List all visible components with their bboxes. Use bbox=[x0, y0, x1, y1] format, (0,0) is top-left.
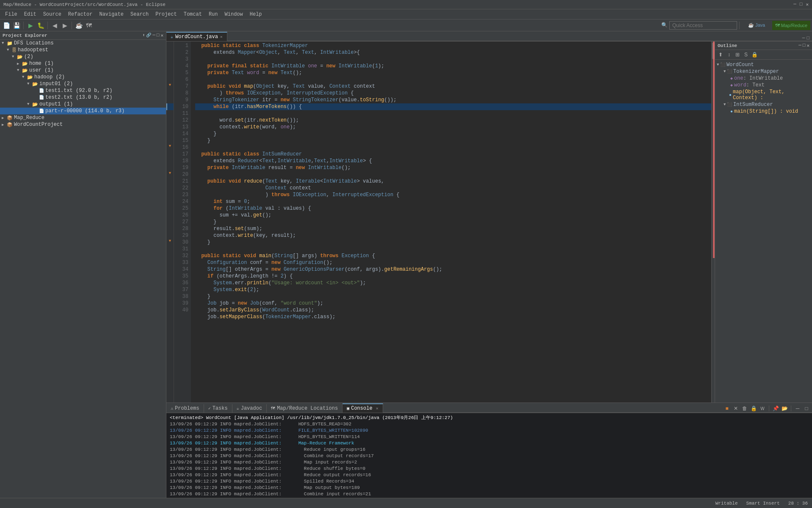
code-area[interactable]: public static class TokenizerMapper exte… bbox=[191, 42, 711, 403]
tree-2[interactable]: ▼ 📂 (2) bbox=[0, 53, 166, 60]
outline-collapse-btn[interactable]: ⬆ bbox=[717, 51, 724, 58]
tab-close-icon[interactable]: ✕ bbox=[220, 34, 223, 39]
menu-navigate[interactable]: Navigate bbox=[96, 11, 127, 18]
new-button[interactable]: 📄 bbox=[2, 21, 11, 30]
tree-home[interactable]: ▶ 📂 home (1) bbox=[0, 60, 166, 67]
menu-file[interactable]: File bbox=[2, 11, 21, 18]
tree-test1[interactable]: ▶ 📄 test1.txt (92.0 b, r2) bbox=[0, 87, 166, 94]
pe-link-icon[interactable]: 🔗 bbox=[146, 33, 151, 38]
mapreduce-locations-label: Map/Reduce Locations bbox=[277, 405, 338, 411]
tab-javadoc[interactable]: ☕ Javadoc bbox=[232, 404, 267, 413]
outline-wordcount-label: WordCount bbox=[726, 62, 754, 68]
java-perspective[interactable]: ☕ Java bbox=[742, 21, 771, 30]
tree-wordcount[interactable]: ▶ 📦 WordCountProject bbox=[0, 121, 166, 128]
pe-minimize-icon[interactable]: ─ bbox=[152, 33, 155, 38]
toolbar-sep1 bbox=[23, 22, 24, 29]
quick-access-input[interactable] bbox=[669, 21, 737, 30]
tree-test2[interactable]: ▶ 📄 test2.txt (13.0 b, r2) bbox=[0, 94, 166, 101]
forward-button[interactable]: ▶ bbox=[60, 21, 69, 30]
menu-help[interactable]: Help bbox=[246, 11, 265, 18]
pe-title: Project Explorer bbox=[3, 33, 47, 38]
console-max-btn[interactable]: □ bbox=[803, 405, 810, 412]
tree-input01[interactable]: ▼ 📂 input01 (2) bbox=[0, 81, 166, 87]
titlebar: Map/Reduce - WordCountProject/src/WordCo… bbox=[0, 0, 812, 9]
perspective-java[interactable]: ☕ bbox=[74, 21, 83, 30]
editor-max-icon[interactable]: □ bbox=[806, 36, 809, 41]
editor-content[interactable]: ▼ ▼ ▼ bbox=[166, 42, 715, 403]
fold-arrow-3[interactable]: ▼ bbox=[166, 171, 174, 178]
editor-scrollbar[interactable] bbox=[711, 42, 715, 403]
console-remove-btn[interactable]: ✕ bbox=[732, 405, 740, 412]
menu-source[interactable]: Source bbox=[40, 11, 65, 18]
run-button[interactable]: ▶ bbox=[26, 21, 35, 30]
console-line-5: 13/09/26 09:12:29 INFO mapred.JobClient:… bbox=[170, 447, 809, 453]
tab-tasks[interactable]: ✓ Tasks bbox=[204, 404, 232, 413]
menu-edit[interactable]: Edit bbox=[21, 11, 40, 18]
tree-part-r[interactable]: ▶ 📄 part-r-00000 (114.0 b, r3) bbox=[0, 108, 166, 114]
maximize-icon[interactable]: □ bbox=[800, 2, 803, 7]
console-terminate-btn[interactable]: ■ bbox=[723, 405, 731, 412]
tree-hadoop[interactable]: ▼ 📂 hadoop (2) bbox=[0, 74, 166, 81]
outline-tokenizermapper[interactable]: ▼ ⬛ TokenizerMapper bbox=[715, 68, 812, 75]
smart-insert-status: Smart Insert bbox=[746, 501, 780, 506]
position-status: 28 : 36 bbox=[788, 501, 808, 506]
console-word-wrap-btn[interactable]: W bbox=[759, 405, 766, 412]
console-scroll-lock-btn[interactable]: 🔒 bbox=[750, 405, 757, 412]
pe-close-icon[interactable]: ✕ bbox=[160, 33, 163, 38]
menu-project[interactable]: Project bbox=[152, 11, 180, 18]
console-pin-btn[interactable]: 📌 bbox=[772, 405, 779, 412]
tab-java-icon: ☕ bbox=[171, 34, 173, 39]
problems-label: Problems bbox=[175, 405, 199, 411]
tree-hadooptest[interactable]: ▼ 🗄 hadooptest bbox=[0, 47, 166, 53]
editor-region: ☕ WordCount.java ✕ ─ □ bbox=[166, 31, 812, 498]
menu-search[interactable]: Search bbox=[127, 11, 152, 18]
menu-window[interactable]: Window bbox=[221, 11, 246, 18]
minimize-icon[interactable]: ─ bbox=[793, 2, 796, 7]
titlebar-title: Map/Reduce - WordCountProject/src/WordCo… bbox=[3, 2, 166, 7]
outline-nonpublic-btn[interactable]: 🔒 bbox=[751, 51, 758, 58]
pe-collapse-icon[interactable]: ⬆ bbox=[142, 33, 145, 38]
editor-outline-region: ▼ ▼ ▼ bbox=[166, 42, 812, 403]
outline-filter-btn[interactable]: ⊞ bbox=[734, 51, 741, 58]
outline-one-field[interactable]: ◆ one : IntWritable bbox=[715, 75, 812, 82]
outline-close-icon[interactable]: ✕ bbox=[806, 43, 809, 48]
tab-mapreduce-locations[interactable]: 🗺 Map/Reduce Locations bbox=[267, 404, 342, 413]
fold-arrow-4[interactable]: ▼ bbox=[166, 239, 174, 246]
outline-min-icon[interactable]: ─ bbox=[798, 43, 801, 48]
menu-refactor[interactable]: Refactor bbox=[65, 11, 96, 18]
outline-main-method[interactable]: ● main(String[]) : void bbox=[715, 108, 812, 115]
perspective-mapreduce[interactable]: 🗺 bbox=[84, 21, 94, 30]
back-button[interactable]: ◀ bbox=[50, 21, 59, 30]
fold-arrow-2[interactable]: ▼ bbox=[166, 144, 174, 151]
editor-min-icon[interactable]: ─ bbox=[802, 36, 805, 41]
tab-console[interactable]: ▣ Console ✕ bbox=[342, 403, 383, 413]
close-icon[interactable]: ✕ bbox=[806, 2, 809, 7]
pe-maximize-icon[interactable]: □ bbox=[157, 33, 160, 38]
outline-intsumreducer[interactable]: ▼ ⬛ IntSumReducer bbox=[715, 101, 812, 108]
fold-arrow-1[interactable]: ▼ bbox=[166, 83, 174, 90]
outline-max-icon[interactable]: □ bbox=[803, 43, 806, 48]
console-clear-btn[interactable]: 🗑 bbox=[741, 405, 748, 412]
outline-map-method[interactable]: ● map(Object, Text, Context) : bbox=[715, 89, 812, 101]
tree-dfs-locations[interactable]: ▼ 📁 DFS Locations bbox=[0, 40, 166, 47]
outline-word-type: : Text bbox=[746, 82, 765, 88]
console-content[interactable]: <terminated> WordCount [Java Application… bbox=[166, 413, 812, 498]
console-min-btn[interactable]: ─ bbox=[794, 405, 801, 412]
menu-tomcat[interactable]: Tomcat bbox=[180, 11, 205, 18]
tab-problems[interactable]: ⚠ Problems bbox=[166, 404, 204, 413]
outline-static-btn[interactable]: S bbox=[742, 51, 750, 58]
wordcountproject-label: WordCountProject bbox=[14, 122, 63, 128]
tree-user[interactable]: ▼ 📂 user (1) bbox=[0, 67, 166, 74]
tab-wordcount[interactable]: ☕ WordCount.java ✕ bbox=[166, 32, 227, 41]
outline-wordcount[interactable]: ▼ ⬛ WordCount bbox=[715, 61, 812, 68]
outline-sort-btn[interactable]: ↕ bbox=[725, 51, 733, 58]
tree-output1[interactable]: ▼ 📂 output1 (1) bbox=[0, 101, 166, 108]
console-open-btn[interactable]: 📂 bbox=[781, 405, 788, 412]
menu-run[interactable]: Run bbox=[205, 11, 221, 18]
debug-button[interactable]: 🐛 bbox=[36, 21, 45, 30]
outline-word-field[interactable]: ◆ word : Text bbox=[715, 82, 812, 89]
console-close-icon[interactable]: ✕ bbox=[376, 406, 378, 411]
mapreduce-perspective[interactable]: 🗺 Map/Reduce bbox=[772, 21, 810, 30]
save-button[interactable]: 💾 bbox=[12, 21, 21, 30]
tree-mapreduce[interactable]: ▶ 📦 Map_Reduce bbox=[0, 114, 166, 121]
